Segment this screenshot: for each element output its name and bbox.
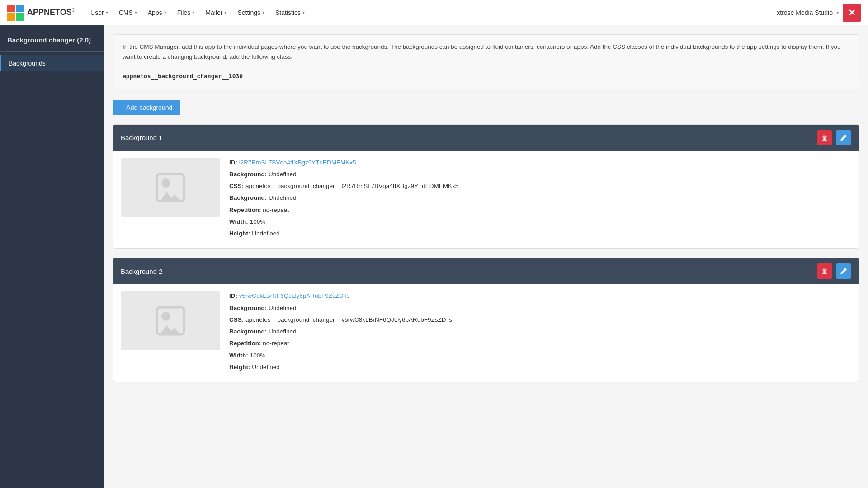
trash-icon-2 bbox=[821, 268, 828, 274]
brand-name: APPNETOS® bbox=[27, 8, 75, 17]
edit-button-2[interactable] bbox=[836, 263, 851, 279]
background-card-1: Background 1 bbox=[113, 124, 859, 249]
svg-rect-0 bbox=[7, 5, 15, 12]
detail-css-1: CSS: appnetos__background_changer__l2R7R… bbox=[229, 182, 851, 191]
edit-icon-2 bbox=[840, 268, 847, 274]
apps-caret-icon: ▾ bbox=[164, 10, 166, 15]
statistics-caret-icon: ▾ bbox=[302, 10, 305, 15]
placeholder-image-icon-2 bbox=[152, 303, 189, 339]
detail-id-1: ID: l2R7RmSL7BVqa4tIXBgz9YTdEDMEMKx5 bbox=[229, 158, 851, 167]
background2-label-2: Background: bbox=[229, 328, 267, 335]
studio-caret-icon: ▾ bbox=[836, 9, 839, 16]
nav-item-settings[interactable]: Settings ▾ bbox=[233, 6, 269, 19]
id-label-2: ID: bbox=[229, 292, 237, 299]
sidebar-title: Background changer (2.0) bbox=[0, 33, 104, 52]
repetition-label-2: Repetition: bbox=[229, 340, 261, 347]
files-caret-icon: ▾ bbox=[192, 10, 194, 15]
css-label-2: CSS: bbox=[229, 316, 244, 323]
svg-point-4 bbox=[161, 178, 170, 188]
svg-rect-1 bbox=[16, 5, 24, 12]
svg-rect-2 bbox=[7, 13, 15, 21]
id-value-1: l2R7RmSL7BVqa4tIXBgz9YTdEDMEMKx5 bbox=[239, 159, 356, 166]
width-label-1: Width: bbox=[229, 218, 248, 225]
background-preview-1 bbox=[121, 158, 220, 217]
sidebar: Background changer (2.0) Backgrounds bbox=[0, 25, 104, 488]
background-actions-1 bbox=[817, 130, 851, 145]
detail-id-2: ID: v5rwC8kLBrNF6QJLly6pARubF9ZsZDTs bbox=[229, 291, 851, 300]
delete-button-2[interactable] bbox=[817, 263, 832, 279]
background-card-header-1: Background 1 bbox=[113, 125, 859, 151]
detail-width-1: Width: 100% bbox=[229, 217, 851, 226]
info-css-class: appnetos__background_changer__1030 bbox=[123, 73, 243, 80]
navbar-right: xtrose Media Studio ▾ ✕ bbox=[777, 4, 861, 22]
placeholder-image-icon-1 bbox=[152, 169, 189, 206]
background-label-2: Background: bbox=[229, 305, 267, 311]
sidebar-item-backgrounds[interactable]: Backgrounds bbox=[0, 55, 104, 71]
detail-repetition-2: Repetition: no-repeat bbox=[229, 339, 851, 348]
brand-logo-icon bbox=[7, 5, 24, 21]
info-text: In the CMS Manager, add this app to the … bbox=[123, 42, 849, 61]
settings-caret-icon: ▾ bbox=[262, 10, 264, 15]
css-label-1: CSS: bbox=[229, 183, 244, 189]
detail-background2-2: Background: Undefined bbox=[229, 327, 851, 336]
background-label-1: Background: bbox=[229, 171, 267, 178]
height-label-2: Height: bbox=[229, 364, 250, 371]
repetition-label-1: Repetition: bbox=[229, 206, 261, 213]
detail-background-1: Background: Undefined bbox=[229, 170, 851, 179]
navbar: APPNETOS® User ▾ CMS ▾ Apps ▾ Files ▾ Ma… bbox=[0, 0, 868, 25]
svg-rect-7 bbox=[157, 307, 184, 334]
edit-icon-1 bbox=[840, 135, 847, 141]
nav-item-user[interactable]: User ▾ bbox=[86, 6, 113, 19]
user-caret-icon: ▾ bbox=[106, 10, 108, 15]
trash-icon-1 bbox=[821, 135, 828, 141]
background-body-2: ID: v5rwC8kLBrNF6QJLly6pARubF9ZsZDTs Bac… bbox=[113, 284, 859, 382]
studio-label: xtrose Media Studio bbox=[777, 9, 833, 16]
nav-item-statistics[interactable]: Statistics ▾ bbox=[271, 6, 309, 19]
id-value-2: v5rwC8kLBrNF6QJLly6pARubF9ZsZDTs bbox=[239, 292, 350, 299]
background-title-1: Background 1 bbox=[121, 134, 163, 141]
nav-item-files[interactable]: Files ▾ bbox=[173, 6, 199, 19]
svg-rect-5 bbox=[157, 174, 184, 201]
detail-height-1: Height: Undefined bbox=[229, 229, 851, 238]
detail-background2-1: Background: Undefined bbox=[229, 193, 851, 202]
background-actions-2 bbox=[817, 263, 851, 279]
detail-height-2: Height: Undefined bbox=[229, 363, 851, 372]
detail-width-2: Width: 100% bbox=[229, 351, 851, 360]
background-preview-2 bbox=[121, 291, 220, 350]
width-label-2: Width: bbox=[229, 352, 248, 359]
detail-repetition-1: Repetition: no-repeat bbox=[229, 206, 851, 215]
main-content: In the CMS Manager, add this app to the … bbox=[104, 25, 868, 488]
nav-item-cms[interactable]: CMS ▾ bbox=[114, 6, 142, 19]
svg-point-6 bbox=[161, 312, 170, 321]
detail-css-2: CSS: appnetos__background_changer__v5rwC… bbox=[229, 315, 851, 324]
background-card-2: Background 2 bbox=[113, 258, 859, 382]
close-button[interactable]: ✕ bbox=[843, 4, 861, 22]
edit-button-1[interactable] bbox=[836, 130, 851, 145]
nav-item-apps[interactable]: Apps ▾ bbox=[143, 6, 171, 19]
add-background-button[interactable]: + Add background bbox=[113, 100, 180, 115]
background-title-2: Background 2 bbox=[121, 267, 163, 275]
cms-caret-icon: ▾ bbox=[135, 10, 137, 15]
background-body-1: ID: l2R7RmSL7BVqa4tIXBgz9YTdEDMEMKx5 Bac… bbox=[113, 151, 859, 249]
background-details-1: ID: l2R7RmSL7BVqa4tIXBgz9YTdEDMEMKx5 Bac… bbox=[229, 158, 851, 241]
background-details-2: ID: v5rwC8kLBrNF6QJLly6pARubF9ZsZDTs Bac… bbox=[229, 291, 851, 375]
delete-button-1[interactable] bbox=[817, 130, 832, 145]
height-label-1: Height: bbox=[229, 230, 250, 237]
layout: Background changer (2.0) Backgrounds In … bbox=[0, 25, 868, 488]
mailer-caret-icon: ▾ bbox=[224, 10, 226, 15]
brand-logo-link[interactable]: APPNETOS® bbox=[7, 5, 75, 21]
background-card-header-2: Background 2 bbox=[113, 258, 859, 284]
nav-item-mailer[interactable]: Mailer ▾ bbox=[201, 6, 231, 19]
svg-rect-3 bbox=[16, 13, 24, 21]
detail-background-2: Background: Undefined bbox=[229, 304, 851, 313]
info-box: In the CMS Manager, add this app to the … bbox=[113, 34, 859, 89]
background2-label-1: Background: bbox=[229, 194, 267, 201]
id-label-1: ID: bbox=[229, 159, 237, 166]
nav-items: User ▾ CMS ▾ Apps ▾ Files ▾ Mailer ▾ Set… bbox=[86, 6, 777, 19]
